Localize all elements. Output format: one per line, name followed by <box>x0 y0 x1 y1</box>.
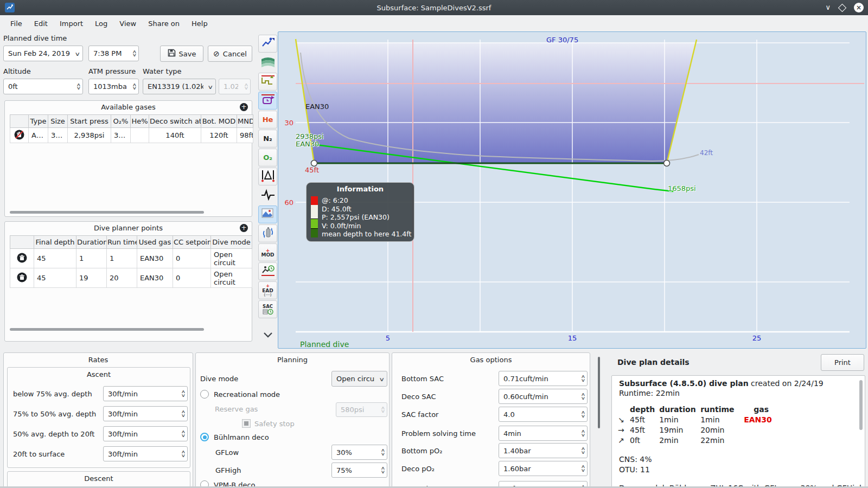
gas-o2-cell[interactable]: 3… <box>111 128 131 143</box>
point-depth-cell[interactable]: 45 <box>34 268 76 288</box>
menu-view[interactable]: View <box>113 17 142 30</box>
spinner-arrows-icon[interactable]: ∧∨ <box>381 449 385 456</box>
save-button[interactable]: Save <box>160 46 203 62</box>
spinner-arrows-icon[interactable]: ∧∨ <box>182 431 185 438</box>
menu-log[interactable]: Log <box>89 17 113 30</box>
deco-po2-input[interactable]: 1.60bar∧∨ <box>499 461 588 476</box>
delete-point-button[interactable] <box>10 249 34 268</box>
toolbar-button-ceiling[interactable] <box>258 73 277 91</box>
menu-import[interactable]: Import <box>54 17 89 30</box>
bottom-po2-input[interactable]: 1.40bar∧∨ <box>499 443 588 458</box>
spinner-arrows-icon[interactable]: ∧∨ <box>582 393 585 400</box>
problem-time-input[interactable]: 4min∧∨ <box>499 426 588 441</box>
gas-type-cell[interactable]: A… <box>29 128 48 143</box>
spinner-arrows-icon[interactable]: ∧∨ <box>133 50 136 57</box>
delete-gas-button[interactable] <box>10 128 29 143</box>
toolbar-button-gas-change[interactable] <box>258 224 277 242</box>
delete-point-button[interactable] <box>10 268 34 288</box>
cancel-button[interactable]: ⊘ Cancel <box>208 46 252 62</box>
gflow-input[interactable]: 30%∧∨ <box>331 445 387 460</box>
buhlmann-deco-radio[interactable] <box>200 433 209 441</box>
recreational-mode-radio[interactable] <box>200 390 209 399</box>
toolbar-button-photos[interactable] <box>258 206 277 223</box>
toolbar-button-profile[interactable] <box>258 35 277 53</box>
point-row: 45 19 20 EAN30 0 Open circuit <box>10 268 252 288</box>
bottom-sac-input[interactable]: 0.71cuft/min∧∨ <box>499 371 588 386</box>
point-gas-cell[interactable]: EAN30 <box>137 249 173 268</box>
close-icon[interactable]: × <box>854 3 864 12</box>
gas-size-cell[interactable]: 3… <box>48 128 68 143</box>
gas-start-press-cell[interactable]: 2,938psi <box>68 128 111 143</box>
point-depth-cell[interactable]: 45 <box>34 249 76 268</box>
point-gas-cell[interactable]: EAN30 <box>137 268 173 288</box>
tab-planned-dive[interactable]: Planned dive <box>300 340 349 349</box>
spinner-arrows-icon[interactable]: ∧∨ <box>182 410 185 418</box>
gas-mnd-cell[interactable]: 98ft <box>237 128 253 143</box>
rate-below75-input[interactable]: 30ft/min∧∨ <box>103 386 188 401</box>
toolbar-button-tissues[interactable] <box>258 168 277 185</box>
toolbar-button-o2[interactable]: O₂ <box>258 149 277 166</box>
rate-20ft-surface-input[interactable]: 30ft/min∧∨ <box>103 446 188 461</box>
toolbar-scroll-down[interactable] <box>258 327 277 345</box>
dive-date-select[interactable]: Sun Feb 24, 2019 ∨ <box>3 46 83 61</box>
gas-he-cell[interactable] <box>131 128 149 143</box>
spinner-arrows-icon[interactable]: ∧∨ <box>182 451 185 458</box>
point-setpoint-cell[interactable]: 0 <box>173 268 211 288</box>
menu-file[interactable]: File <box>4 17 28 30</box>
toolbar-button-ead[interactable]: +EAD(···) <box>258 281 277 299</box>
dive-time-input[interactable]: 7:38 PM ∧∨ <box>88 46 139 61</box>
gas-deco-switch-cell[interactable]: 140ft <box>149 128 201 143</box>
menu-help[interactable]: Help <box>186 17 214 30</box>
add-gas-button[interactable]: + <box>240 103 248 111</box>
minimize-icon[interactable]: ∨ <box>825 3 831 12</box>
spinner-arrows-icon[interactable]: ∧∨ <box>182 390 185 397</box>
rate-75to50-input[interactable]: 30ft/min∧∨ <box>103 406 188 421</box>
toolbar-button-he[interactable]: He <box>258 111 277 129</box>
dive-mode-select[interactable]: Open circuit∨ <box>331 371 387 387</box>
point-mode-cell[interactable]: Open circuit <box>211 268 252 288</box>
toolbar-button-salinity[interactable] <box>258 54 277 72</box>
add-point-button[interactable]: + <box>240 224 248 232</box>
segment-start-handle[interactable] <box>311 160 317 166</box>
spinner-arrows-icon[interactable]: ∧∨ <box>133 83 136 90</box>
point-setpoint-cell[interactable]: 0 <box>173 249 211 268</box>
toolbar-button-heartrate[interactable] <box>258 187 277 204</box>
point-runtime-cell[interactable]: 20 <box>107 268 137 288</box>
point-duration-cell[interactable]: 19 <box>76 268 107 288</box>
menu-share-on[interactable]: Share on <box>142 17 186 30</box>
gases-horizontal-scrollbar[interactable] <box>10 211 204 214</box>
plan-vertical-scrollbar[interactable] <box>859 380 863 430</box>
water-type-select[interactable]: EN13319 (1.02k ∨ <box>143 79 216 94</box>
toolbar-button-ndl[interactable] <box>258 262 277 280</box>
information-tooltip[interactable]: Information @: 6:20 D: 45.0ft P: 2,557ps… <box>306 182 414 242</box>
spinner-arrows-icon[interactable]: ∧∨ <box>582 465 585 472</box>
point-mode-cell[interactable]: Open circuit <box>211 249 252 268</box>
altitude-input[interactable]: 0ft ∧∨ <box>3 79 83 94</box>
print-button[interactable]: Print <box>821 354 864 371</box>
segment-end-handle[interactable] <box>664 160 670 166</box>
col-mnd: MND <box>237 115 253 128</box>
maximize-icon[interactable] <box>838 3 847 12</box>
rate-50to20ft-input[interactable]: 30ft/min∧∨ <box>103 426 188 441</box>
atm-pressure-input[interactable]: 1013mbar ∧∨ <box>88 79 139 94</box>
point-runtime-cell[interactable]: 1 <box>107 249 137 268</box>
bottom-depth-label: 45ft <box>305 166 319 174</box>
tooltip-pressure: P: 2,557psi (EAN30) <box>322 213 411 222</box>
point-duration-cell[interactable]: 1 <box>76 249 107 268</box>
spinner-arrows-icon[interactable]: ∧∨ <box>582 375 585 382</box>
spinner-arrows-icon[interactable]: ∧∨ <box>582 411 585 418</box>
spinner-arrows-icon[interactable]: ∧∨ <box>77 83 80 90</box>
spinner-arrows-icon[interactable]: ∧∨ <box>381 467 385 474</box>
spinner-arrows-icon[interactable]: ∧∨ <box>582 430 585 437</box>
toolbar-button-n2[interactable]: N₂ <box>258 130 277 147</box>
menu-edit[interactable]: Edit <box>28 17 54 30</box>
sac-factor-input[interactable]: 4.0∧∨ <box>499 407 588 422</box>
toolbar-button-mod[interactable]: +MOD <box>258 243 277 261</box>
gas-bot-mod-cell[interactable]: 120ft <box>201 128 237 143</box>
toolbar-button-planner[interactable] <box>258 92 277 110</box>
gfhigh-input[interactable]: 75%∧∨ <box>331 463 387 478</box>
points-horizontal-scrollbar[interactable] <box>10 328 204 331</box>
spinner-arrows-icon[interactable]: ∧∨ <box>582 447 585 454</box>
toolbar-button-sac[interactable]: SAC <box>258 300 277 318</box>
deco-sac-input[interactable]: 0.60cuft/min∧∨ <box>499 389 588 404</box>
